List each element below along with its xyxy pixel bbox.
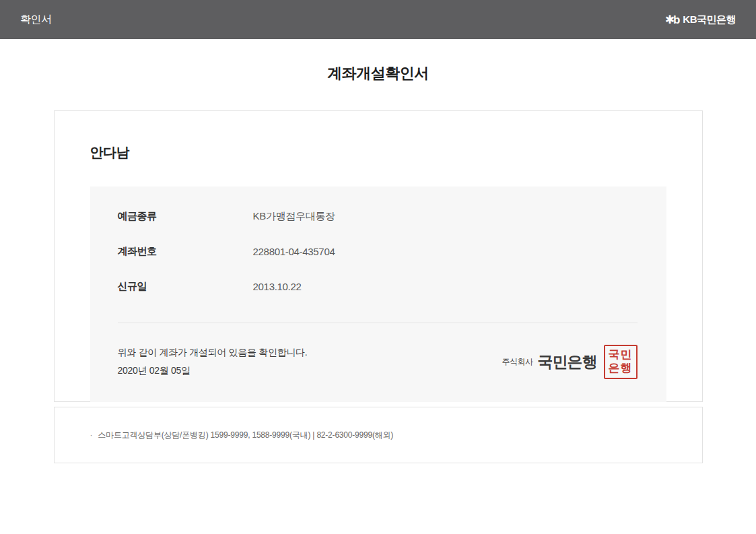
deposit-type-value: KB가맹점우대통장 [253,210,335,223]
divider [118,323,638,323]
footer-card: · 스마트고객상담부(상담/폰뱅킹) 1599-9999, 1588-9999(… [54,407,703,463]
company-prefix: 주식회사 [502,356,533,368]
confirmation-texts: 위와 같이 계좌가 개설되어 있음을 확인합니다. 2020년 02월 05일 [118,343,308,380]
table-row: 계좌번호 228801-04-435704 [118,234,638,269]
account-info-panel: 예금종류 KB가맹점우대통장 계좌번호 228801-04-435704 신규일… [90,187,666,402]
customer-service-text: 스마트고객상담부(상담/폰뱅킹) 1599-9999, 1588-9999(국내… [98,430,393,441]
document-title: 계좌개설확인서 [0,63,756,84]
seal-text-line1: 국민 [609,348,633,362]
table-row: 예금종류 KB가맹점우대통장 [118,199,638,234]
bank-logo-text: KB국민은행 [683,13,736,26]
table-row: 신규일 2013.10.22 [118,269,638,304]
kb-kookmin-bank-logo: ✱b KB국민은행 [665,13,736,27]
kb-star-icon: ✱b [665,13,679,27]
corporate-seal: 국민 은행 [604,345,638,379]
document-card: 안다남 예금종류 KB가맹점우대통장 계좌번호 228801-04-435704… [54,110,703,402]
bullet-icon: · [90,430,93,440]
customer-name: 안다남 [90,143,666,162]
seal-text-line2: 은행 [609,362,633,375]
header-bar: 확인서 ✱b KB국민은행 [0,0,756,39]
account-number-label: 계좌번호 [118,245,253,258]
page-title: 확인서 [20,13,52,27]
deposit-type-label: 예금종류 [118,210,253,223]
confirmation-statement: 위와 같이 계좌가 개설되어 있음을 확인합니다. [118,343,308,362]
company-name: 국민은행 [538,352,597,372]
confirmation-section: 위와 같이 계좌가 개설되어 있음을 확인합니다. 2020년 02월 05일 … [118,343,638,380]
account-number-value: 228801-04-435704 [253,246,335,257]
issuer-signature: 주식회사 국민은행 국민 은행 [502,345,638,379]
customer-service-note: · 스마트고객상담부(상담/폰뱅킹) 1599-9999, 1588-9999(… [90,430,394,441]
opening-date-value: 2013.10.22 [253,281,302,292]
opening-date-label: 신규일 [118,280,253,293]
issue-date: 2020년 02월 05일 [118,362,308,380]
